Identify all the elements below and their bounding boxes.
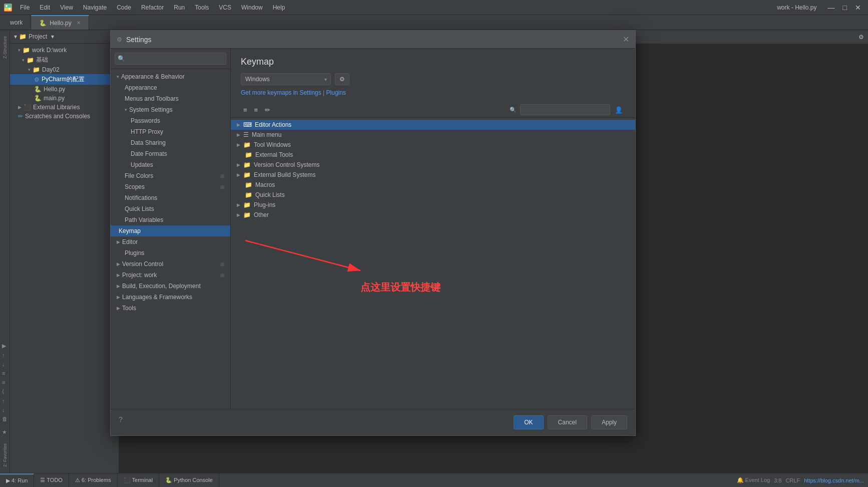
settings-item-plugins[interactable]: Plugins <box>111 248 230 259</box>
keymap-item-quick-lists[interactable]: 📁 Quick Lists <box>231 190 635 200</box>
keymap-item-external-tools[interactable]: 📁 External Tools <box>231 150 635 160</box>
tree-item-jianchu[interactable]: ▾ 📁 基础 <box>10 55 119 65</box>
keymap-dropdown[interactable]: Windows macOS Default <box>241 73 331 85</box>
sidebar-icon-6[interactable]: ⟨ <box>2 388 8 395</box>
get-more-keymaps-link[interactable]: Get more keymaps in Settings <box>241 89 321 96</box>
settings-item-passwords[interactable]: Passwords <box>111 115 230 126</box>
menu-tools[interactable]: Tools <box>191 3 213 12</box>
bottom-tab-todo[interactable]: ☰ TODO <box>34 473 69 487</box>
menu-window[interactable]: Window <box>237 3 267 12</box>
sidebar-icon-star[interactable]: ★ <box>2 429 8 435</box>
dialog-footer: ? OK Cancel Apply <box>111 409 635 435</box>
item-label: Keymap <box>119 227 141 234</box>
tab-hello[interactable]: 🐍 Hello.py ✕ <box>31 15 89 30</box>
menu-navigate[interactable]: Navigate <box>79 3 111 12</box>
menu-help[interactable]: Help <box>269 3 289 12</box>
keymap-search-wrap: 🔍 <box>510 104 610 115</box>
menu-vcs[interactable]: VCS <box>215 3 235 12</box>
tree-item-day02[interactable]: ▾ 📁 Day02 <box>10 65 119 74</box>
maximize-button[interactable]: □ <box>840 4 850 12</box>
caret-icon: ▾ <box>117 74 119 79</box>
project-dropdown-icon[interactable]: ▾ <box>51 33 54 40</box>
settings-item-path-variables[interactable]: Path Variables <box>111 214 230 225</box>
keymap-item-tool-windows[interactable]: ▶ 📁 Tool Windows <box>231 140 635 150</box>
settings-item-data-sharing[interactable]: Data Sharing <box>111 137 230 148</box>
settings-item-updates[interactable]: Updates <box>111 159 230 170</box>
menu-refactor[interactable]: Refactor <box>137 3 168 12</box>
bottom-tab-python-console[interactable]: 🐍 Python Console <box>159 473 219 487</box>
minimize-button[interactable]: — <box>825 4 838 12</box>
menu-edit[interactable]: Edit <box>36 3 54 12</box>
tab-close-icon[interactable]: ✕ <box>77 20 81 26</box>
sidebar-icon-4[interactable]: ≡ <box>2 370 8 376</box>
app-logo <box>4 4 12 12</box>
cancel-button[interactable]: Cancel <box>548 415 587 429</box>
search-person-button[interactable]: 👤 <box>612 105 625 115</box>
tree-item-hello[interactable]: 🐍 Hello.py <box>10 85 119 94</box>
keymap-item-external-build[interactable]: ▶ 📁 External Build Systems <box>231 170 635 180</box>
tree-item-work[interactable]: ▾ 📁 work D:\work <box>10 46 119 55</box>
bottom-tab-terminal[interactable]: ⬛ Terminal <box>118 473 159 487</box>
keymap-item-other[interactable]: ▶ 📁 Other <box>231 210 635 220</box>
tab-work[interactable]: work <box>2 15 31 30</box>
edit-button[interactable]: ✏ <box>262 105 273 115</box>
expand-all-button[interactable]: ≡ <box>241 105 250 115</box>
tree-item-scratches[interactable]: ✏ Scratches and Consoles <box>10 112 119 121</box>
run-gear-icon[interactable]: ⚙ <box>858 34 864 41</box>
item-label: Editor Actions <box>255 121 291 128</box>
settings-item-appearance[interactable]: Appearance <box>111 82 230 93</box>
settings-search-input[interactable] <box>115 53 226 65</box>
sidebar-icon-9[interactable]: 🗑 <box>2 416 8 422</box>
settings-section-version-control[interactable]: ▶ Version Control ⊞ <box>111 259 230 270</box>
sidebar-icon-3[interactable]: ↓ <box>2 361 8 367</box>
project-header: ▾ 📁 Project ▾ <box>10 30 119 44</box>
tree-item-main[interactable]: 🐍 main.py <box>10 94 119 103</box>
settings-item-scopes[interactable]: Scopes ⊞ <box>111 181 230 192</box>
keymap-gear-button[interactable]: ⚙ <box>335 73 349 85</box>
bottom-tab-problems[interactable]: ⚠ 6: Problems <box>69 473 118 487</box>
settings-item-file-colors[interactable]: File Colors ⊞ <box>111 170 230 181</box>
sidebar-icon-5[interactable]: ≡ <box>2 379 8 385</box>
settings-tree: ▾ Appearance & Behavior Appearance Menus… <box>111 69 230 409</box>
settings-item-quick-lists[interactable]: Quick Lists <box>111 203 230 214</box>
sidebar-icon-2[interactable]: ↑ <box>2 352 8 358</box>
menu-run[interactable]: Run <box>170 3 189 12</box>
settings-section-build[interactable]: ▶ Build, Execution, Deployment <box>111 281 230 292</box>
help-button[interactable]: ? <box>119 415 123 429</box>
collapse-all-button[interactable]: ≡ <box>252 105 261 115</box>
run-tab-label: ▶ 4: Run <box>6 477 28 484</box>
settings-section-tools[interactable]: ▶ Tools <box>111 303 230 314</box>
settings-item-date-formats[interactable]: Date Formats <box>111 148 230 159</box>
keymap-item-editor-actions[interactable]: ▶ ⌨ Editor Actions <box>231 120 635 130</box>
sidebar-icon-7[interactable]: ↑ <box>2 398 8 404</box>
plugins-link[interactable]: Plugins <box>326 89 346 96</box>
settings-section-appearance-behavior[interactable]: ▾ Appearance & Behavior <box>111 71 230 82</box>
keymap-item-vcs[interactable]: ▶ 📁 Version Control Systems <box>231 160 635 170</box>
dialog-close-button[interactable]: ✕ <box>623 35 629 44</box>
settings-section-editor[interactable]: ▶ Editor <box>111 236 230 248</box>
settings-item-keymap[interactable]: Keymap <box>111 225 230 236</box>
apply-button[interactable]: Apply <box>591 415 627 429</box>
settings-item-http-proxy[interactable]: HTTP Proxy <box>111 126 230 137</box>
tree-item-pycharm-config[interactable]: ⚙ PyCharm的配置 <box>10 74 119 85</box>
settings-item-notifications[interactable]: Notifications <box>111 192 230 203</box>
menu-file[interactable]: File <box>16 3 34 12</box>
settings-item-system-settings[interactable]: ▾ System Settings <box>111 104 230 115</box>
event-log-link[interactable]: 🔔 Event Log <box>737 477 770 483</box>
caret-icon: ▶ <box>237 122 240 127</box>
tree-item-external-libs[interactable]: ▶ ⬛ External Libraries <box>10 103 119 112</box>
keymap-search-input[interactable] <box>520 104 610 115</box>
keymap-item-main-menu[interactable]: ▶ ☰ Main menu <box>231 130 635 140</box>
ok-button[interactable]: OK <box>514 415 543 429</box>
settings-item-menus-toolbars[interactable]: Menus and Toolbars <box>111 93 230 104</box>
close-button[interactable]: ✕ <box>852 4 864 12</box>
sidebar-icon-8[interactable]: ↓ <box>2 407 8 413</box>
menu-code[interactable]: Code <box>113 3 135 12</box>
keymap-item-plugins[interactable]: ▶ 📁 Plug-ins <box>231 200 635 210</box>
settings-section-project-work[interactable]: ▶ Project: work ⊞ <box>111 270 230 281</box>
menu-view[interactable]: View <box>56 3 77 12</box>
sidebar-icon-1[interactable]: ▶ <box>2 343 8 349</box>
keymap-item-macros[interactable]: 📁 Macros <box>231 180 635 190</box>
settings-section-languages[interactable]: ▶ Languages & Frameworks <box>111 292 230 303</box>
bottom-tab-run[interactable]: ▶ 4: Run <box>0 473 34 487</box>
